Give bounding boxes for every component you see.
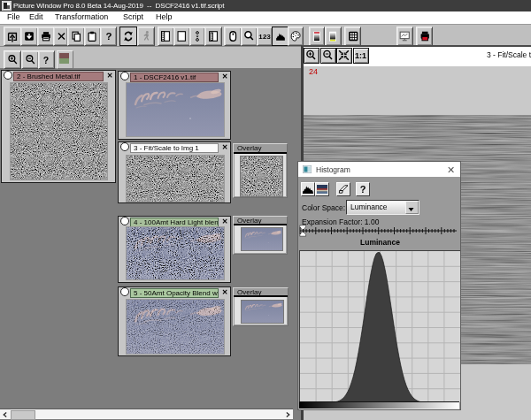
- svg-text:1:1: 1:1: [354, 51, 366, 60]
- svg-text:?: ?: [105, 31, 112, 42]
- svg-text:?: ?: [43, 54, 49, 65]
- svg-text:123: 123: [258, 33, 270, 41]
